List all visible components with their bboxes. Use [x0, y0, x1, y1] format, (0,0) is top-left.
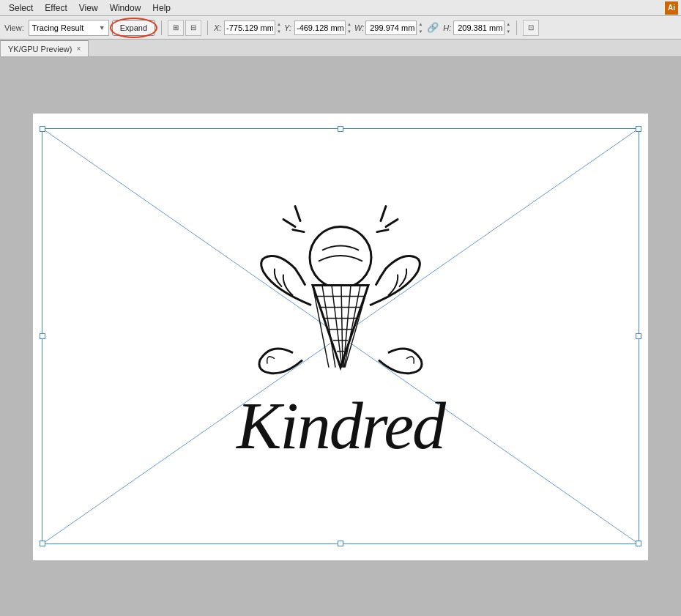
- svg-line-2: [295, 206, 300, 220]
- transform-icons: ⊞ ⊟: [168, 20, 201, 36]
- expand-button[interactable]: Expand: [112, 20, 155, 36]
- toolbar-separator-2: [207, 21, 208, 35]
- logo-artwork: Kindred: [187, 177, 494, 484]
- canvas-area: Kindred: [0, 57, 681, 616]
- handle-bottom-middle[interactable]: [338, 541, 343, 546]
- svg-text:Kindred: Kindred: [235, 387, 447, 462]
- x-spinner[interactable]: ▲▼: [277, 21, 281, 35]
- x-input[interactable]: [224, 21, 275, 35]
- h-input[interactable]: [453, 21, 505, 35]
- menu-help[interactable]: Help: [146, 1, 176, 15]
- dropdown-arrow-icon: ▼: [99, 24, 105, 31]
- w-label: W:: [354, 23, 364, 32]
- y-coord-group: Y: ▲▼: [284, 21, 351, 35]
- handle-middle-right[interactable]: [636, 333, 641, 339]
- app-icon: Ai: [665, 1, 678, 15]
- w-input[interactable]: [365, 21, 417, 35]
- handle-middle-left[interactable]: [40, 333, 45, 339]
- menu-window[interactable]: Window: [104, 1, 147, 15]
- tab-preview[interactable]: YK/GPU Preview) ×: [0, 40, 89, 56]
- x-label: X:: [214, 23, 223, 32]
- menu-select[interactable]: Select: [3, 1, 39, 15]
- handle-bottom-left[interactable]: [40, 541, 45, 546]
- menu-bar: Select Effect View Window Help Ai: [0, 0, 681, 16]
- svg-point-8: [310, 226, 371, 288]
- align-icon[interactable]: ⊟: [185, 20, 201, 36]
- y-spinner[interactable]: ▲▼: [347, 21, 351, 35]
- w-coord-group: W: ▲▼: [354, 21, 423, 35]
- toolbar: View: Tracing Result ▼ Expand ⊞ ⊟ X: ▲▼ …: [0, 16, 681, 40]
- svg-line-5: [381, 206, 386, 220]
- h-label: H:: [443, 23, 452, 32]
- svg-line-6: [386, 219, 398, 226]
- y-label: Y:: [284, 23, 293, 32]
- h-coord-group: H: ▲▼: [443, 21, 510, 35]
- view-label: View:: [4, 23, 24, 32]
- link-proportions-icon[interactable]: 🔗: [427, 22, 439, 33]
- h-spinner[interactable]: ▲▼: [506, 21, 510, 35]
- svg-line-7: [377, 229, 388, 231]
- view-dropdown[interactable]: Tracing Result ▼: [29, 20, 109, 36]
- y-input[interactable]: [294, 21, 346, 35]
- transform-preset-icon[interactable]: ⊞: [168, 20, 184, 36]
- menu-view[interactable]: View: [73, 1, 104, 15]
- handle-top-right[interactable]: [636, 126, 641, 132]
- handle-top-middle[interactable]: [338, 126, 343, 132]
- artboard: Kindred: [33, 114, 648, 560]
- handle-bottom-right[interactable]: [636, 541, 641, 546]
- toolbar-separator-1: [161, 21, 162, 35]
- x-coord-group: X: ▲▼: [214, 21, 281, 35]
- tab-label: YK/GPU Preview): [8, 45, 72, 53]
- svg-line-4: [293, 229, 304, 231]
- tab-close-icon[interactable]: ×: [76, 45, 81, 53]
- handle-top-left[interactable]: [40, 126, 45, 132]
- menu-effect[interactable]: Effect: [39, 1, 72, 15]
- w-spinner[interactable]: ▲▼: [418, 21, 423, 35]
- tab-bar: YK/GPU Preview) ×: [0, 40, 681, 57]
- svg-line-3: [283, 219, 295, 226]
- transform-object-icon[interactable]: ⊡: [523, 20, 539, 36]
- toolbar-separator-3: [516, 21, 517, 35]
